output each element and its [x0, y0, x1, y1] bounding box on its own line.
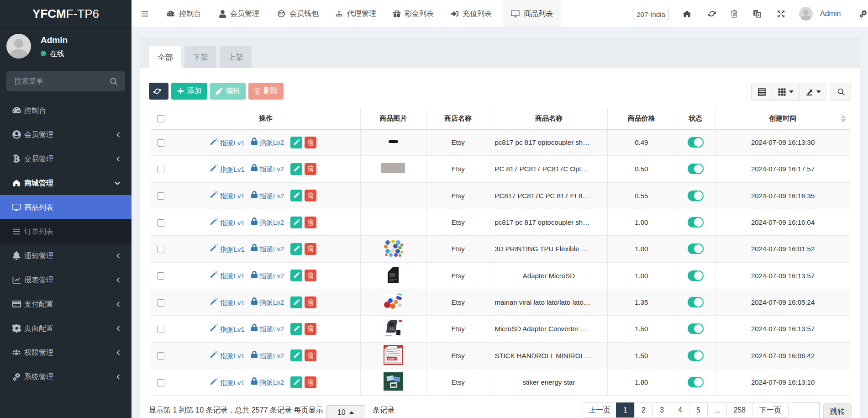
svg-text:SD: SD: [389, 327, 394, 330]
svg-text:COPY: COPY: [388, 358, 396, 360]
svg-text:A: A: [757, 14, 759, 17]
